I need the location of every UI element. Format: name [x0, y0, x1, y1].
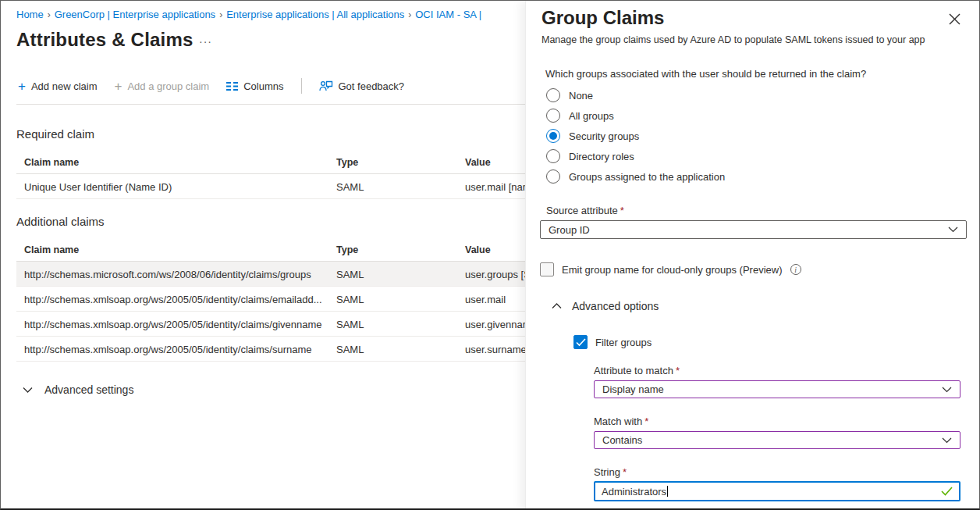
- dropdown-value: Contains: [602, 434, 942, 446]
- close-icon[interactable]: [949, 13, 960, 25]
- claim-value-cell: user.mail [nam: [465, 180, 525, 192]
- table-header-row: Claim name Type Value: [16, 151, 525, 174]
- claim-value-cell: user.mail: [465, 293, 506, 305]
- col-header-value: Value: [465, 244, 491, 255]
- claim-type-cell: SAML: [336, 293, 364, 305]
- col-header-type: Type: [336, 244, 358, 255]
- add-group-claim-label: Add a group claim: [127, 80, 209, 92]
- breadcrumb-item-directory[interactable]: GreenCorp | Enterprise applications: [55, 9, 215, 20]
- source-attribute-label: Source attribute*: [546, 205, 624, 216]
- plus-icon: +: [18, 80, 26, 93]
- required-asterisk: *: [644, 415, 648, 427]
- radio-groups-assigned[interactable]: Groups assigned to the application: [546, 166, 725, 187]
- breadcrumb: Home›GreenCorp | Enterprise applications…: [16, 9, 481, 20]
- radio-label: None: [569, 90, 593, 102]
- breadcrumb-item-home[interactable]: Home: [16, 9, 44, 20]
- group-type-radio-group: None All groups Security groups Director…: [546, 85, 725, 187]
- got-feedback-button[interactable]: Got feedback?: [319, 80, 405, 92]
- title-overflow-menu[interactable]: ···: [199, 35, 212, 48]
- dropdown-value: Group ID: [549, 224, 948, 236]
- page-title: Attributes & Claims: [16, 29, 194, 51]
- text-caret: [667, 486, 668, 497]
- claim-value-cell: user.groups [S: [465, 268, 525, 280]
- breadcrumb-item-app[interactable]: OCI IAM - SA |: [415, 9, 481, 20]
- breadcrumb-separator: ›: [404, 9, 415, 20]
- radio-label: Security groups: [569, 130, 639, 142]
- advanced-options-label: Advanced options: [572, 300, 659, 312]
- claim-name-cell: Unique User Identifier (Name ID): [24, 180, 172, 192]
- claim-name-cell: http://schemas.xmlsoap.org/ws/2005/05/id…: [24, 318, 322, 330]
- chevron-down-icon: [942, 387, 952, 393]
- chevron-up-icon: [552, 303, 562, 309]
- dropdown-value: Display name: [602, 383, 942, 395]
- columns-icon: [226, 81, 238, 91]
- toolbar-rule: [16, 104, 525, 105]
- required-claim-table: Claim name Type Value Unique User Identi…: [16, 151, 525, 199]
- additional-claims-table: Claim name Type Value http://schemas.mic…: [16, 238, 525, 362]
- filter-groups-checkbox-row[interactable]: Filter groups: [573, 335, 652, 349]
- claim-type-cell: SAML: [336, 180, 364, 192]
- attribute-to-match-label: Attribute to match*: [594, 365, 680, 376]
- panel-title: Group Claims: [541, 7, 664, 29]
- radio-icon: [546, 149, 560, 163]
- radio-icon: [546, 109, 560, 123]
- claim-name-cell: http://schemas.microsoft.com/ws/2008/06/…: [24, 268, 311, 280]
- table-row-surname-claim[interactable]: http://schemas.xmlsoap.org/ws/2005/05/id…: [16, 337, 525, 362]
- claim-type-cell: SAML: [336, 318, 364, 330]
- advanced-settings-toggle[interactable]: Advanced settings: [23, 383, 133, 396]
- checkbox-icon: [540, 262, 554, 276]
- advanced-options-toggle[interactable]: Advanced options: [552, 300, 659, 312]
- radio-icon: [546, 129, 560, 143]
- claim-type-cell: SAML: [336, 268, 364, 280]
- group-claims-panel: Group Claims Manage the group claims use…: [525, 1, 980, 510]
- valid-check-icon: [941, 487, 953, 496]
- claim-name-cell: http://schemas.xmlsoap.org/ws/2005/05/id…: [24, 343, 312, 355]
- filter-groups-label: Filter groups: [595, 337, 652, 348]
- radio-label: Groups assigned to the application: [569, 171, 725, 183]
- col-header-type: Type: [336, 157, 358, 168]
- table-row-emailaddress-claim[interactable]: http://schemas.xmlsoap.org/ws/2005/05/id…: [16, 287, 525, 312]
- claim-name-cell: http://schemas.xmlsoap.org/ws/2005/05/id…: [24, 293, 322, 305]
- got-feedback-label: Got feedback?: [339, 80, 405, 92]
- match-with-dropdown[interactable]: Contains: [594, 431, 960, 449]
- breadcrumb-separator: ›: [44, 9, 55, 20]
- plus-icon: +: [114, 80, 122, 93]
- table-row-groups-claim[interactable]: http://schemas.microsoft.com/ws/2008/06/…: [16, 262, 525, 287]
- add-new-claim-button[interactable]: + Add new claim: [18, 80, 97, 93]
- col-header-claim-name: Claim name: [24, 157, 79, 168]
- breadcrumb-item-enterprise-apps[interactable]: Enterprise applications | All applicatio…: [226, 9, 404, 20]
- source-attribute-dropdown[interactable]: Group ID: [540, 220, 967, 239]
- emit-group-name-checkbox-row[interactable]: Emit group name for cloud-only groups (P…: [540, 262, 801, 276]
- string-input-value: Administrators: [602, 486, 666, 498]
- info-icon[interactable]: i: [790, 264, 801, 275]
- col-header-value: Value: [465, 157, 491, 168]
- radio-security-groups[interactable]: Security groups: [546, 126, 725, 146]
- required-asterisk: *: [620, 205, 624, 216]
- chevron-down-icon: [23, 387, 33, 393]
- panel-subtitle: Manage the group claims used by Azure AD…: [541, 34, 925, 45]
- string-label: String*: [594, 466, 627, 478]
- required-claim-heading: Required claim: [16, 127, 94, 141]
- checkbox-icon: [573, 335, 588, 349]
- columns-button[interactable]: Columns: [226, 80, 283, 92]
- columns-label: Columns: [243, 80, 283, 92]
- string-input[interactable]: Administrators: [594, 481, 960, 501]
- add-new-claim-label: Add new claim: [31, 80, 98, 92]
- attribute-to-match-dropdown[interactable]: Display name: [594, 380, 960, 398]
- claim-value-cell: user.givennam: [465, 318, 525, 330]
- add-group-claim-button[interactable]: + Add a group claim: [114, 80, 209, 93]
- radio-none[interactable]: None: [546, 85, 725, 105]
- radio-all-groups[interactable]: All groups: [546, 105, 725, 126]
- radio-icon: [546, 88, 560, 102]
- chevron-down-icon: [942, 437, 952, 444]
- radio-icon: [546, 169, 560, 184]
- radio-label: Directory roles: [569, 151, 634, 162]
- additional-claims-heading: Additional claims: [16, 215, 105, 228]
- radio-directory-roles[interactable]: Directory roles: [546, 146, 725, 166]
- table-row-givenname-claim[interactable]: http://schemas.xmlsoap.org/ws/2005/05/id…: [16, 312, 525, 337]
- table-row-nameid-claim[interactable]: Unique User Identifier (Name ID) SAML us…: [16, 174, 525, 199]
- emit-group-name-label: Emit group name for cloud-only groups (P…: [562, 264, 783, 276]
- group-claims-question: Which groups associated with the user sh…: [545, 68, 866, 80]
- advanced-settings-label: Advanced settings: [44, 383, 133, 396]
- required-asterisk: *: [623, 466, 627, 478]
